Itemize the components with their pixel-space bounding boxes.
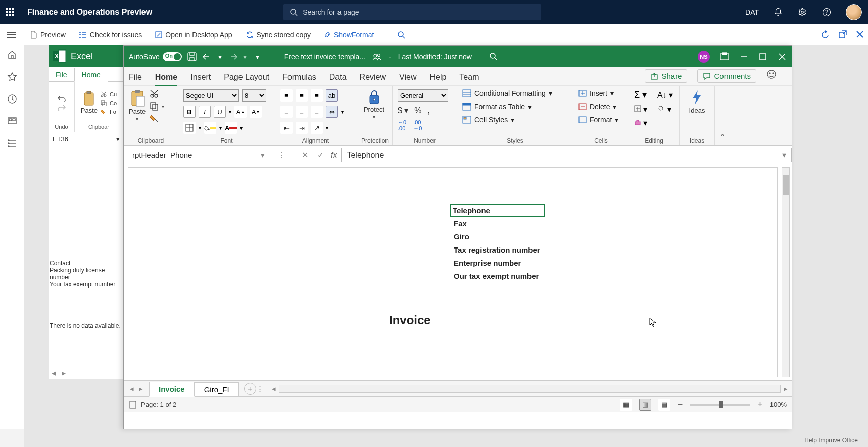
align-top-button[interactable]: ≡ xyxy=(280,89,293,102)
align-left-button[interactable]: ≡ xyxy=(280,106,293,118)
cell-invoice-title[interactable]: Invoice xyxy=(387,312,433,328)
sheet-prev-icon[interactable]: ◂ xyxy=(130,384,134,393)
zoom-value[interactable]: 100% xyxy=(770,401,787,408)
fx-icon[interactable]: fx xyxy=(331,151,341,160)
tab-file-web[interactable]: File xyxy=(49,68,74,81)
protect-button[interactable]: Protect ▾ xyxy=(364,89,384,120)
align-bottom-button[interactable]: ≡ xyxy=(311,89,323,102)
sort-filter-button[interactable]: A↓ ▾ xyxy=(657,90,673,100)
comma-button[interactable]: , xyxy=(428,106,430,115)
increase-font-button[interactable]: A▲ xyxy=(234,106,247,118)
formula-input[interactable]: Telephone ▾ xyxy=(341,148,792,162)
zoom-slider[interactable] xyxy=(690,404,750,406)
view-pagebreak-icon[interactable]: ▤ xyxy=(658,399,670,411)
view-pagelayout-icon[interactable]: ▥ xyxy=(639,399,651,411)
more-icon[interactable]: ⋮ xyxy=(278,150,286,160)
tab-help[interactable]: Help xyxy=(429,73,446,85)
preview-button[interactable]: Preview xyxy=(30,31,66,39)
company-code[interactable]: DAT xyxy=(745,8,759,16)
open-desktop-button[interactable]: Open in Desktop App xyxy=(155,31,232,39)
format-painter-web-button[interactable]: Fo xyxy=(101,109,117,115)
cell-styles-button[interactable]: Cell Styles ▾ xyxy=(462,116,514,124)
horizontal-scrollbar[interactable] xyxy=(279,385,781,393)
scrollbar-web[interactable]: ◂▸ xyxy=(49,367,124,379)
cut-web-button[interactable]: Cu xyxy=(101,91,117,97)
font-color-button[interactable]: A xyxy=(225,122,237,134)
home-icon[interactable] xyxy=(7,49,17,60)
align-middle-button[interactable]: ≡ xyxy=(296,89,308,102)
check-issues-button[interactable]: Check for issues xyxy=(79,31,142,39)
number-format-select[interactable]: General xyxy=(398,89,448,102)
zoom-out-button[interactable]: − xyxy=(678,399,683,410)
app-launcher-icon[interactable] xyxy=(6,8,15,17)
autosave-toggle[interactable]: AutoSave On xyxy=(129,52,182,61)
align-center-button[interactable]: ≡ xyxy=(296,106,308,118)
help-improve-link[interactable]: Help Improve Office xyxy=(804,437,858,444)
bold-button[interactable]: B xyxy=(183,106,196,118)
cell-telephone[interactable]: Telephone xyxy=(450,204,545,217)
comments-button[interactable]: Comments xyxy=(697,69,756,83)
popout-icon[interactable] xyxy=(839,30,847,38)
copy-web-button[interactable]: Co xyxy=(101,100,117,106)
star-icon[interactable] xyxy=(7,72,17,82)
hscroll-left-icon[interactable]: ◂ xyxy=(272,384,276,393)
cell-tax-reg[interactable]: Tax registration number xyxy=(452,244,542,255)
add-sheet-button[interactable]: + xyxy=(244,383,256,395)
tab-page-layout[interactable]: Page Layout xyxy=(224,73,269,85)
share-button[interactable]: Share xyxy=(645,69,687,83)
underline-button[interactable]: U xyxy=(214,106,226,118)
paste-web-button[interactable]: Paste xyxy=(81,91,98,114)
decrease-decimal-button[interactable]: .00→0 xyxy=(413,119,422,131)
sheet-tab-invoice[interactable]: Invoice xyxy=(149,382,195,397)
clock-icon[interactable] xyxy=(7,94,17,104)
percent-button[interactable]: % xyxy=(414,106,421,115)
cell-our-exempt[interactable]: Our tax exempt number xyxy=(452,271,541,281)
font-name-select[interactable]: Segoe UI xyxy=(183,89,239,102)
collapse-ribbon-icon[interactable]: ˄ xyxy=(720,133,725,142)
name-box[interactable]: rptHeader_Phone ▾ xyxy=(128,148,269,162)
tab-review[interactable]: Review xyxy=(360,73,386,85)
global-search-input[interactable]: Search for a page xyxy=(283,4,541,20)
align-right-button[interactable]: ≡ xyxy=(311,106,323,118)
cut-icon[interactable] xyxy=(150,89,159,98)
sheet-tab-girofi[interactable]: Giro_FI xyxy=(195,382,239,396)
copy-icon[interactable] xyxy=(150,102,159,111)
tab-home-web[interactable]: Home xyxy=(74,68,108,82)
spreadsheet-grid[interactable]: Telephone Fax Giro Tax registration numb… xyxy=(124,164,792,380)
redo-icon[interactable] xyxy=(57,104,66,111)
paste-button[interactable]: Paste ▾ xyxy=(129,89,146,122)
chevron-down-icon[interactable]: ▾ xyxy=(782,150,786,160)
conditional-formatting-button[interactable]: Conditional Formatting ▾ xyxy=(462,89,552,97)
format-painter-icon[interactable] xyxy=(150,114,159,123)
vertical-scrollbar[interactable] xyxy=(782,167,790,377)
undo-icon[interactable] xyxy=(202,53,213,61)
fill-button[interactable]: ▾ xyxy=(634,105,647,114)
view-normal-icon[interactable]: ▦ xyxy=(620,399,632,411)
borders-button[interactable] xyxy=(183,122,196,134)
format-as-table-button[interactable]: Format as Table ▾ xyxy=(462,103,532,111)
find-button[interactable]: ▾ xyxy=(658,105,671,114)
showformat-button[interactable]: ShowFormat xyxy=(324,31,374,39)
tab-team[interactable]: Team xyxy=(459,73,479,85)
redo-icon[interactable] xyxy=(227,53,238,61)
undo-icon[interactable] xyxy=(57,95,66,102)
increase-indent-button[interactable]: ⇥ xyxy=(296,122,308,134)
namebox-web[interactable]: ET36 ▾ xyxy=(49,132,124,146)
delete-cells-button[interactable]: Delete ▾ xyxy=(578,103,616,111)
sheet-next-icon[interactable]: ▸ xyxy=(139,384,143,393)
autosum-button[interactable]: Σ ▾ xyxy=(634,89,647,101)
cell-fax[interactable]: Fax xyxy=(452,218,469,229)
search-small-icon[interactable] xyxy=(397,31,405,39)
nav-menu-icon[interactable] xyxy=(7,32,16,38)
tab-view[interactable]: View xyxy=(399,73,416,85)
decrease-indent-button[interactable]: ⇤ xyxy=(280,122,293,134)
refresh-icon[interactable] xyxy=(821,30,830,39)
tab-formulas[interactable]: Formulas xyxy=(282,73,316,85)
increase-decimal-button[interactable]: ←0.00 xyxy=(398,119,406,131)
italic-button[interactable]: I xyxy=(199,106,211,118)
clear-button[interactable]: ▾ xyxy=(634,118,647,128)
format-cells-button[interactable]: Format ▾ xyxy=(578,116,618,124)
decrease-font-button[interactable]: A▼ xyxy=(250,106,262,118)
merge-button[interactable]: ⇔ xyxy=(326,106,338,118)
cancel-formula-icon[interactable]: ✕ xyxy=(302,150,308,160)
